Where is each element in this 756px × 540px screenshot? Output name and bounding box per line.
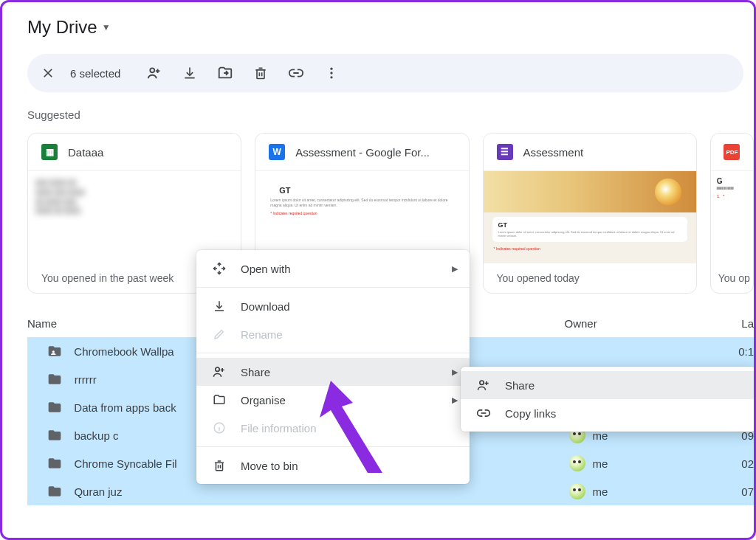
page-title-text: My Drive <box>27 17 97 38</box>
share-submenu: Share Copy links <box>461 367 756 432</box>
download-icon <box>211 300 227 313</box>
more-actions-button[interactable] <box>323 64 340 82</box>
owner-name: me <box>593 457 608 470</box>
folder-icon <box>47 455 62 471</box>
info-icon <box>211 421 227 435</box>
chevron-right-icon: ▶ <box>452 367 458 377</box>
svg-point-3 <box>331 76 333 78</box>
submenu-share[interactable]: Share <box>461 371 756 399</box>
forms-icon: ☰ <box>497 144 513 160</box>
svg-point-4 <box>52 350 54 353</box>
folder-icon <box>211 393 227 406</box>
trash-icon <box>211 459 227 472</box>
selection-count: 6 selected <box>70 67 120 80</box>
svg-point-2 <box>331 72 333 74</box>
file-name: Quran juz <box>74 485 568 498</box>
column-last-modified[interactable]: La <box>741 317 754 330</box>
share-button[interactable] <box>145 64 163 82</box>
delete-button[interactable] <box>252 64 269 82</box>
menu-separator <box>196 446 470 447</box>
folder-icon <box>47 399 62 415</box>
owner-name: me <box>593 485 608 498</box>
avatar <box>569 455 585 471</box>
download-button[interactable] <box>181 64 199 82</box>
menu-rename: Rename <box>196 320 470 348</box>
suggested-card[interactable]: ☰ Assessment GTLorem ipsum dolor sit ame… <box>483 133 697 294</box>
location-breadcrumb[interactable]: My Drive ▼ <box>27 17 754 38</box>
owner-cell: me <box>569 483 742 499</box>
menu-move-to-bin[interactable]: Move to bin <box>196 451 470 480</box>
open-with-icon <box>211 262 227 275</box>
folder-icon <box>47 371 63 387</box>
menu-open-with[interactable]: Open with ▶ <box>196 255 470 283</box>
date-cell: 07 <box>741 485 754 498</box>
move-button[interactable] <box>216 64 234 82</box>
sheets-icon: ▦ <box>41 144 58 160</box>
svg-point-5 <box>216 367 219 371</box>
suggested-card[interactable]: PDF G ████ ██ ████ 1. * You op <box>710 133 754 294</box>
submenu-copy-links[interactable]: Copy links <box>461 399 756 427</box>
selection-toolbar: 6 selected <box>27 54 743 92</box>
card-footer: You op <box>711 263 753 293</box>
card-title: Assessment <box>523 146 584 159</box>
person-add-icon <box>211 364 227 379</box>
rename-icon <box>211 328 227 341</box>
clear-selection-button[interactable] <box>39 64 57 82</box>
menu-file-information: File information <box>196 414 470 442</box>
suggested-label: Suggested <box>27 108 754 121</box>
menu-organise[interactable]: Organise ▶ <box>196 386 470 414</box>
get-link-button[interactable] <box>287 64 305 82</box>
chevron-right-icon: ▶ <box>452 264 458 274</box>
docs-icon: W <box>269 144 285 160</box>
shared-folder-icon <box>47 343 62 359</box>
menu-separator <box>196 287 470 288</box>
column-owner[interactable]: Owner <box>564 317 741 330</box>
folder-icon <box>47 427 62 443</box>
card-title: Assessment - Google For... <box>295 146 430 159</box>
folder-icon <box>47 483 62 499</box>
card-footer: You opened today <box>484 263 696 293</box>
date-cell: 0:1 <box>738 345 754 358</box>
card-preview: G ████ ██ ████ 1. * <box>711 170 753 263</box>
context-menu: Open with ▶ Download Rename Share ▶ Orga… <box>196 250 470 484</box>
pdf-icon: PDF <box>724 144 740 160</box>
date-cell: 02 <box>741 457 754 470</box>
avatar <box>569 483 585 499</box>
card-preview: GTLorem ipsum dolor sit amet, consectetu… <box>484 170 696 263</box>
chevron-right-icon: ▶ <box>452 395 458 405</box>
menu-download[interactable]: Download <box>196 292 470 320</box>
owner-cell: me <box>569 455 742 471</box>
link-icon <box>475 406 492 420</box>
menu-separator <box>196 353 470 353</box>
person-add-icon <box>475 378 492 392</box>
svg-point-7 <box>480 381 484 384</box>
menu-share[interactable]: Share ▶ <box>196 358 470 386</box>
svg-point-1 <box>331 68 333 70</box>
card-title: Dataaa <box>68 146 103 159</box>
chevron-down-icon: ▼ <box>102 22 111 32</box>
svg-point-0 <box>151 68 155 72</box>
